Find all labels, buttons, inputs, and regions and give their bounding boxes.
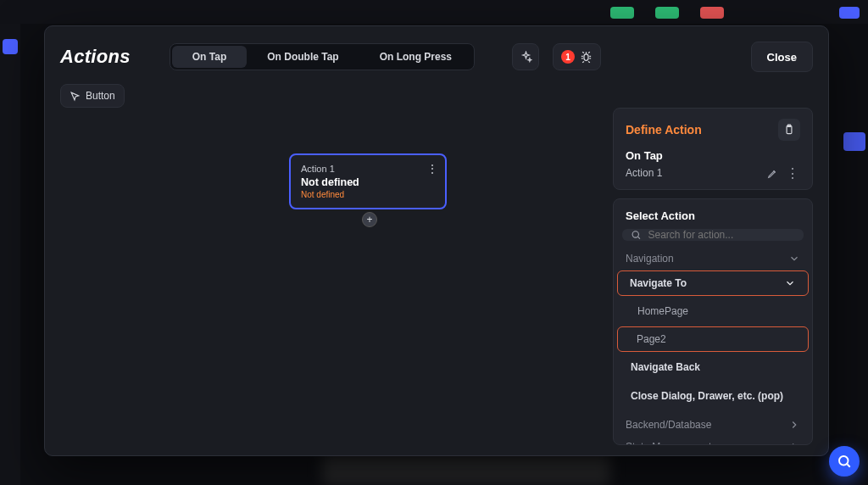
search-action[interactable] <box>622 229 804 241</box>
svg-rect-0 <box>584 53 588 60</box>
trigger-tabs: On Tap On Double Tap On Long Press <box>170 43 475 70</box>
left-rail <box>0 24 20 485</box>
kebab-icon[interactable]: ⋮ <box>426 162 438 176</box>
pencil-icon <box>767 168 778 179</box>
modal-header: Actions On Tap On Double Tap On Long Pre… <box>60 42 813 72</box>
chevron-down-icon <box>788 253 800 265</box>
widget-chip-button[interactable]: Button <box>60 84 125 108</box>
clipboard-icon <box>783 124 795 136</box>
paste-button[interactable] <box>778 119 800 141</box>
bg-pill <box>655 7 679 19</box>
chevron-right-icon <box>788 441 800 445</box>
action-navigate-back[interactable]: Navigate Back <box>617 354 809 381</box>
tab-on-long-press[interactable]: On Long Press <box>359 46 472 68</box>
more-button[interactable]: ⋮ <box>785 165 800 181</box>
sparkle-icon <box>520 51 532 64</box>
issues-count-badge: 1 <box>561 50 575 64</box>
bg-pill <box>700 7 724 19</box>
bug-icon <box>580 51 593 64</box>
tab-on-double-tap[interactable]: On Double Tap <box>247 46 359 68</box>
chevron-down-icon <box>784 277 796 289</box>
define-action-panel: Define Action On Tap Action 1 ⋮ <box>613 108 813 445</box>
bg-blur <box>322 454 610 485</box>
actions-modal: Actions On Tap On Double Tap On Long Pre… <box>44 25 829 456</box>
search-input[interactable] <box>648 229 795 241</box>
panel-action-label: Action 1 <box>626 167 760 179</box>
select-action-panel: Select Action Navigation Navigate To Ho <box>613 198 813 445</box>
cursor-icon <box>70 91 81 102</box>
bg-right-hint <box>843 132 865 151</box>
bg-pill <box>839 7 860 19</box>
app-toolbar <box>0 0 868 24</box>
category-state[interactable]: State Management <box>614 436 812 445</box>
add-action-button[interactable]: + <box>362 212 377 227</box>
bg-pill <box>3 39 18 54</box>
panel-title: Define Action <box>626 123 778 137</box>
page-option-page2[interactable]: Page2 <box>617 326 809 352</box>
page-title: Actions <box>60 46 131 68</box>
search-icon <box>837 454 852 469</box>
action-node-title: Action 1 <box>301 164 435 174</box>
edit-button[interactable] <box>765 165 780 181</box>
bg-pill <box>610 7 634 19</box>
action-node-subtitle: Not defined <box>301 176 435 188</box>
svg-point-4 <box>839 456 849 465</box>
panel-trigger: On Tap <box>626 149 800 162</box>
close-button[interactable]: Close <box>751 42 813 72</box>
category-navigation[interactable]: Navigation <box>614 248 812 270</box>
category-backend[interactable]: Backend/Database <box>614 414 812 436</box>
tab-on-tap[interactable]: On Tap <box>172 46 247 68</box>
action-node[interactable]: Action 1 Not defined Not defined ⋮ <box>289 153 447 209</box>
select-action-title: Select Action <box>614 199 812 229</box>
search-icon <box>631 229 642 241</box>
widget-chip-label: Button <box>86 90 115 102</box>
action-close-dialog[interactable]: Close Dialog, Drawer, etc. (pop) <box>617 382 809 410</box>
help-fab[interactable] <box>829 446 860 477</box>
action-navigate-to[interactable]: Navigate To <box>617 270 809 296</box>
svg-point-3 <box>632 231 638 237</box>
action-node-status: Not defined <box>301 190 435 199</box>
issues-button[interactable]: 1 <box>553 43 601 70</box>
magic-icon-button[interactable] <box>512 43 539 70</box>
page-option-homepage[interactable]: HomePage <box>617 298 809 325</box>
chevron-right-icon <box>788 419 800 431</box>
